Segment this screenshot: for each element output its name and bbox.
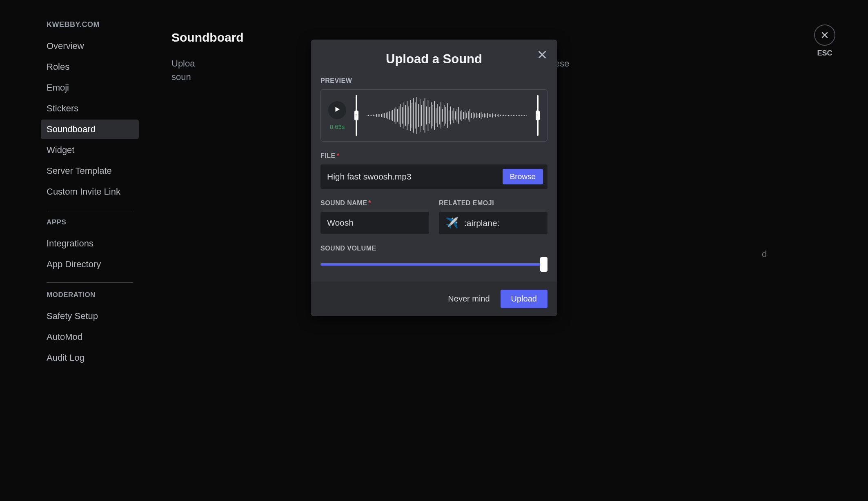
svg-rect-79 <box>494 115 494 116</box>
svg-rect-44 <box>437 104 438 127</box>
svg-rect-51 <box>449 110 449 121</box>
svg-rect-77 <box>490 114 491 117</box>
svg-rect-67 <box>474 113 475 117</box>
svg-rect-4 <box>373 115 374 116</box>
svg-rect-9 <box>381 114 381 117</box>
svg-rect-28 <box>412 103 412 128</box>
svg-rect-91 <box>513 115 514 116</box>
svg-rect-31 <box>416 97 417 134</box>
svg-rect-10 <box>383 113 383 117</box>
svg-rect-6 <box>376 114 377 117</box>
svg-rect-19 <box>397 109 398 122</box>
svg-rect-64 <box>470 109 470 122</box>
svg-rect-56 <box>457 109 457 122</box>
svg-rect-17 <box>394 109 394 122</box>
svg-rect-42 <box>434 101 434 130</box>
svg-rect-48 <box>444 105 444 126</box>
duration-label: 0.63s <box>330 123 345 130</box>
svg-rect-20 <box>399 106 399 124</box>
upload-button[interactable]: Upload <box>501 290 548 308</box>
browse-button[interactable]: Browse <box>503 169 543 184</box>
volume-thumb[interactable] <box>540 257 548 272</box>
svg-rect-78 <box>492 113 492 117</box>
svg-rect-33 <box>420 99 420 132</box>
svg-rect-62 <box>466 113 467 118</box>
svg-rect-96 <box>521 115 521 116</box>
svg-rect-98 <box>524 115 525 116</box>
svg-rect-18 <box>396 107 396 124</box>
svg-rect-11 <box>384 113 385 118</box>
svg-rect-75 <box>487 113 488 118</box>
svg-rect-7 <box>378 114 378 117</box>
waveform-display[interactable] <box>367 95 527 136</box>
chevron-right-icon: › <box>356 113 357 117</box>
svg-rect-25 <box>407 101 407 130</box>
audio-preview: 0.63s › ‹ <box>320 89 548 142</box>
svg-rect-35 <box>423 101 423 130</box>
preview-label: PREVIEW <box>320 77 548 84</box>
svg-rect-12 <box>386 113 386 118</box>
svg-rect-3 <box>372 115 372 116</box>
svg-rect-45 <box>439 106 439 124</box>
svg-rect-74 <box>486 114 486 117</box>
svg-rect-2 <box>370 115 370 116</box>
cancel-button[interactable]: Never mind <box>448 294 490 304</box>
svg-rect-38 <box>428 100 428 131</box>
svg-rect-76 <box>489 114 489 117</box>
related-emoji-picker[interactable]: ✈️ :airplane: <box>439 212 548 234</box>
upload-sound-modal: Upload a Sound PREVIEW 0.63s › <box>311 40 557 316</box>
svg-rect-36 <box>425 98 425 133</box>
volume-track <box>320 263 548 266</box>
svg-rect-43 <box>436 108 436 123</box>
related-emoji-label: RELATED EMOJI <box>439 200 548 207</box>
svg-rect-60 <box>463 112 463 119</box>
play-button[interactable] <box>328 101 346 119</box>
svg-rect-68 <box>476 113 476 118</box>
file-name-text: High fast swoosh.mp3 <box>327 172 503 182</box>
svg-rect-81 <box>497 115 497 116</box>
svg-rect-27 <box>410 100 410 131</box>
file-label: FILE* <box>320 152 548 160</box>
svg-rect-5 <box>375 115 375 116</box>
svg-rect-73 <box>484 113 485 117</box>
svg-rect-34 <box>421 105 422 126</box>
svg-rect-71 <box>481 112 481 119</box>
airplane-icon: ✈️ <box>445 217 458 229</box>
modal-footer: Never mind Upload <box>311 282 557 316</box>
svg-rect-97 <box>523 115 523 116</box>
svg-rect-53 <box>452 111 452 120</box>
svg-rect-30 <box>415 102 415 129</box>
svg-rect-15 <box>391 111 391 120</box>
sound-volume-label: SOUND VOLUME <box>320 245 548 252</box>
svg-rect-93 <box>516 115 516 116</box>
sound-name-label: SOUND NAME* <box>320 200 429 207</box>
svg-rect-61 <box>465 111 465 120</box>
trim-end-handle[interactable]: ‹ <box>536 95 540 136</box>
svg-rect-32 <box>418 104 418 127</box>
modal-title: Upload a Sound <box>320 52 548 67</box>
svg-rect-13 <box>387 112 388 119</box>
sound-name-input[interactable] <box>320 212 429 234</box>
close-icon[interactable] <box>536 49 548 62</box>
emoji-code-text: :airplane: <box>464 218 499 228</box>
chevron-left-icon: ‹ <box>536 113 538 117</box>
svg-rect-69 <box>478 114 478 117</box>
svg-rect-14 <box>389 111 389 120</box>
svg-rect-90 <box>512 115 512 116</box>
volume-slider[interactable] <box>320 257 548 272</box>
trim-start-handle[interactable]: › <box>354 95 358 136</box>
svg-rect-70 <box>479 113 480 118</box>
svg-rect-39 <box>430 107 430 124</box>
svg-rect-52 <box>450 106 451 124</box>
svg-rect-26 <box>408 106 409 124</box>
svg-rect-41 <box>433 105 433 126</box>
svg-rect-57 <box>458 107 459 124</box>
svg-rect-85 <box>503 115 504 116</box>
svg-rect-21 <box>401 104 401 127</box>
svg-rect-24 <box>405 105 406 126</box>
svg-rect-40 <box>431 102 432 129</box>
svg-rect-46 <box>441 102 441 129</box>
svg-rect-1 <box>368 115 369 116</box>
svg-rect-49 <box>445 107 446 124</box>
svg-rect-59 <box>461 110 462 121</box>
